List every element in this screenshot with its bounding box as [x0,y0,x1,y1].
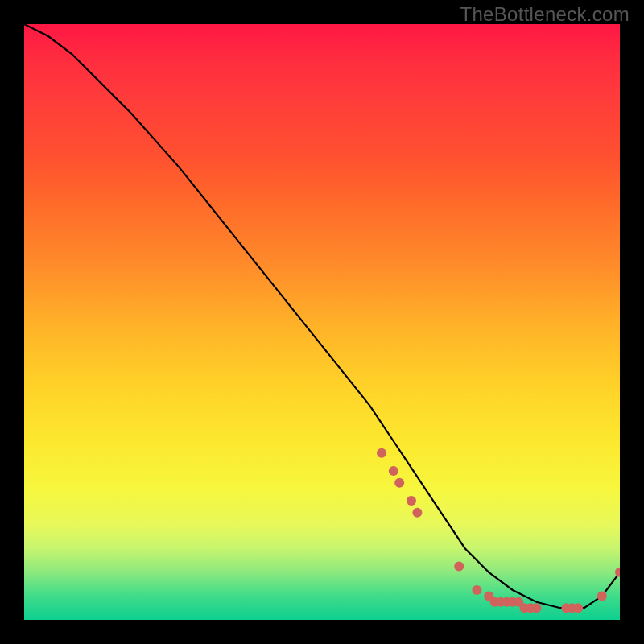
chart-frame: TheBottleneck.com [0,0,644,644]
data-point [377,448,386,458]
data-point [531,603,541,613]
plot-area [24,24,620,620]
data-point [412,508,422,518]
data-point [615,568,620,577]
data-point [394,478,404,488]
data-point [389,466,398,476]
data-point [573,603,583,613]
data-points-group [377,448,620,613]
data-point [454,561,464,571]
data-point [597,591,607,601]
data-point [472,585,481,595]
chart-svg [24,24,620,620]
bottleneck-curve [24,24,620,608]
watermark-text: TheBottleneck.com [460,3,630,26]
data-point [407,496,416,506]
